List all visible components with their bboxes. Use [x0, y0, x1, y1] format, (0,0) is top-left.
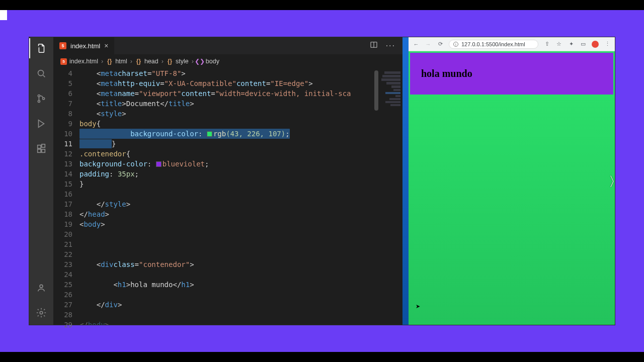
- brace-icon: {}: [106, 58, 113, 65]
- editor-scrollbar[interactable]: [373, 68, 379, 325]
- more-actions-icon[interactable]: ···: [386, 41, 395, 50]
- extension-puzzle-icon[interactable]: ✦: [568, 41, 575, 48]
- crumb-head: head: [144, 58, 158, 65]
- desktop-background: 5 index.html × ··· 5index.html › {}html: [0, 10, 644, 352]
- brace-icon: {}: [167, 58, 173, 65]
- account-icon[interactable]: [34, 281, 48, 295]
- kebab-menu-icon[interactable]: ⋮: [604, 41, 611, 48]
- explorer-icon[interactable]: [34, 41, 48, 55]
- svg-point-0: [38, 70, 44, 76]
- svg-rect-7: [42, 144, 45, 147]
- browser-toolbar: ← → ⟳ i 127.0.0.1:5500/index.html ⇧ ☆ ✦ …: [409, 37, 615, 51]
- html-file-icon: 5: [60, 58, 67, 65]
- close-tab-icon[interactable]: ×: [104, 42, 108, 50]
- crumb-body: body: [206, 58, 219, 65]
- tab-index-html[interactable]: 5 index.html ×: [53, 37, 115, 54]
- back-icon[interactable]: ←: [413, 41, 420, 48]
- mouse-cursor-icon: ➤: [416, 303, 420, 310]
- brace-icon: {}: [135, 58, 142, 65]
- site-info-icon[interactable]: i: [453, 42, 458, 47]
- svg-rect-6: [42, 149, 45, 152]
- editor-area: 5 index.html × ··· 5index.html › {}html: [53, 37, 403, 325]
- breadcrumbs[interactable]: 5index.html › {}html › {}head › {}style …: [53, 54, 403, 68]
- svg-rect-4: [38, 145, 41, 148]
- forward-icon[interactable]: →: [425, 41, 432, 48]
- editor-tabs: 5 index.html × ···: [53, 37, 403, 54]
- vscode-editor: 5 index.html × ··· 5index.html › {}html: [29, 37, 403, 325]
- chevron-right-icon: ›: [192, 58, 194, 65]
- page-heading: hola mundo: [421, 68, 602, 79]
- crumb-file: index.html: [69, 58, 98, 65]
- workspace-window: 5 index.html × ··· 5index.html › {}html: [29, 37, 615, 325]
- code-content[interactable]: <meta charset="UTF-8"> <meta http-equiv=…: [79, 68, 403, 325]
- code-editor[interactable]: 4567891011121314151617181920212223242526…: [53, 68, 403, 325]
- svg-point-9: [40, 311, 43, 314]
- split-editor-icon[interactable]: [370, 41, 378, 51]
- extensions-icon[interactable]: [34, 142, 48, 156]
- run-debug-icon[interactable]: [34, 117, 48, 131]
- svg-point-8: [40, 285, 43, 288]
- windows-desktop-strip: [403, 37, 409, 325]
- bookmark-icon[interactable]: ☆: [555, 41, 562, 48]
- settings-gear-icon[interactable]: [34, 306, 48, 320]
- letterbox-top: [0, 0, 644, 10]
- source-control-icon[interactable]: [34, 92, 48, 106]
- share-icon[interactable]: ⇧: [543, 41, 550, 48]
- scrollbar-thumb[interactable]: [374, 70, 378, 111]
- url-text: 127.0.0.1:5500/index.html: [461, 41, 525, 47]
- contenedor-box: hola mundo: [410, 53, 613, 95]
- html-file-icon: 5: [59, 42, 66, 49]
- activity-bar: [29, 37, 53, 325]
- svg-point-1: [38, 95, 40, 97]
- crumb-style: style: [176, 58, 189, 65]
- address-bar[interactable]: i 127.0.0.1:5500/index.html: [449, 40, 538, 49]
- minimap[interactable]: [379, 68, 403, 325]
- panel-icon[interactable]: ▭: [580, 41, 587, 48]
- corner-chip: [0, 10, 7, 20]
- chevron-right-icon: ›: [130, 58, 132, 65]
- browser-window: ← → ⟳ i 127.0.0.1:5500/index.html ⇧ ☆ ✦ …: [409, 37, 615, 325]
- crumb-html: html: [115, 58, 127, 65]
- letterbox-bottom: [0, 352, 644, 362]
- tab-label: index.html: [70, 42, 100, 50]
- chevron-right-icon[interactable]: 〉: [609, 173, 622, 191]
- svg-rect-5: [38, 149, 41, 152]
- profile-badge-icon[interactable]: [592, 41, 599, 48]
- line-gutter: 4567891011121314151617181920212223242526…: [53, 68, 79, 325]
- svg-point-2: [38, 100, 40, 102]
- search-icon[interactable]: [34, 66, 48, 80]
- svg-point-3: [43, 98, 45, 100]
- tag-icon: ❮❯: [197, 58, 203, 65]
- reload-icon[interactable]: ⟳: [437, 41, 444, 48]
- chevron-right-icon: ›: [162, 58, 164, 65]
- chevron-right-icon: ›: [101, 58, 103, 65]
- page-viewport: hola mundo ➤: [409, 51, 615, 325]
